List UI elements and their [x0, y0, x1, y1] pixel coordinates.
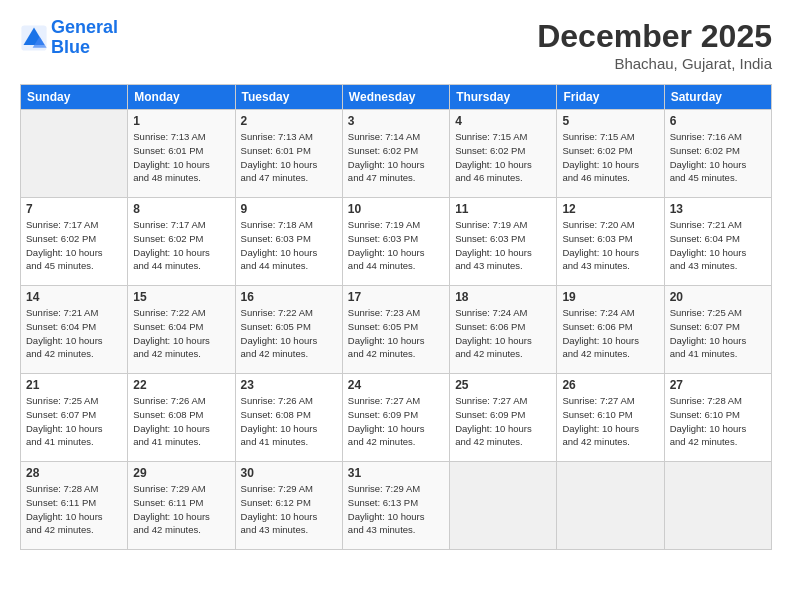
header-saturday: Saturday [664, 85, 771, 110]
logo-icon [20, 24, 48, 52]
day-info: Sunrise: 7:29 AM Sunset: 6:12 PM Dayligh… [241, 482, 337, 537]
calendar-cell: 18Sunrise: 7:24 AM Sunset: 6:06 PM Dayli… [450, 286, 557, 374]
day-info: Sunrise: 7:21 AM Sunset: 6:04 PM Dayligh… [26, 306, 122, 361]
calendar-week-1: 1Sunrise: 7:13 AM Sunset: 6:01 PM Daylig… [21, 110, 772, 198]
calendar-cell: 22Sunrise: 7:26 AM Sunset: 6:08 PM Dayli… [128, 374, 235, 462]
day-info: Sunrise: 7:24 AM Sunset: 6:06 PM Dayligh… [455, 306, 551, 361]
day-info: Sunrise: 7:28 AM Sunset: 6:10 PM Dayligh… [670, 394, 766, 449]
month-year: December 2025 [537, 18, 772, 55]
day-info: Sunrise: 7:19 AM Sunset: 6:03 PM Dayligh… [348, 218, 444, 273]
calendar-cell: 16Sunrise: 7:22 AM Sunset: 6:05 PM Dayli… [235, 286, 342, 374]
header: General Blue December 2025 Bhachau, Guja… [20, 18, 772, 72]
day-number: 11 [455, 202, 551, 216]
day-info: Sunrise: 7:29 AM Sunset: 6:11 PM Dayligh… [133, 482, 229, 537]
day-number: 17 [348, 290, 444, 304]
day-info: Sunrise: 7:24 AM Sunset: 6:06 PM Dayligh… [562, 306, 658, 361]
calendar-cell: 31Sunrise: 7:29 AM Sunset: 6:13 PM Dayli… [342, 462, 449, 550]
day-number: 24 [348, 378, 444, 392]
calendar-cell: 2Sunrise: 7:13 AM Sunset: 6:01 PM Daylig… [235, 110, 342, 198]
day-info: Sunrise: 7:26 AM Sunset: 6:08 PM Dayligh… [241, 394, 337, 449]
day-info: Sunrise: 7:19 AM Sunset: 6:03 PM Dayligh… [455, 218, 551, 273]
calendar-cell: 20Sunrise: 7:25 AM Sunset: 6:07 PM Dayli… [664, 286, 771, 374]
day-number: 5 [562, 114, 658, 128]
day-info: Sunrise: 7:23 AM Sunset: 6:05 PM Dayligh… [348, 306, 444, 361]
day-number: 26 [562, 378, 658, 392]
day-info: Sunrise: 7:13 AM Sunset: 6:01 PM Dayligh… [241, 130, 337, 185]
calendar-cell: 5Sunrise: 7:15 AM Sunset: 6:02 PM Daylig… [557, 110, 664, 198]
day-info: Sunrise: 7:17 AM Sunset: 6:02 PM Dayligh… [26, 218, 122, 273]
day-number: 25 [455, 378, 551, 392]
day-info: Sunrise: 7:14 AM Sunset: 6:02 PM Dayligh… [348, 130, 444, 185]
calendar-week-2: 7Sunrise: 7:17 AM Sunset: 6:02 PM Daylig… [21, 198, 772, 286]
day-info: Sunrise: 7:28 AM Sunset: 6:11 PM Dayligh… [26, 482, 122, 537]
day-info: Sunrise: 7:27 AM Sunset: 6:09 PM Dayligh… [348, 394, 444, 449]
calendar-header: Sunday Monday Tuesday Wednesday Thursday… [21, 85, 772, 110]
calendar-cell: 27Sunrise: 7:28 AM Sunset: 6:10 PM Dayli… [664, 374, 771, 462]
calendar-cell: 13Sunrise: 7:21 AM Sunset: 6:04 PM Dayli… [664, 198, 771, 286]
calendar-cell: 28Sunrise: 7:28 AM Sunset: 6:11 PM Dayli… [21, 462, 128, 550]
calendar-cell: 23Sunrise: 7:26 AM Sunset: 6:08 PM Dayli… [235, 374, 342, 462]
calendar-cell: 19Sunrise: 7:24 AM Sunset: 6:06 PM Dayli… [557, 286, 664, 374]
calendar-cell: 3Sunrise: 7:14 AM Sunset: 6:02 PM Daylig… [342, 110, 449, 198]
header-sunday: Sunday [21, 85, 128, 110]
title-block: December 2025 Bhachau, Gujarat, India [537, 18, 772, 72]
day-number: 2 [241, 114, 337, 128]
calendar-cell: 12Sunrise: 7:20 AM Sunset: 6:03 PM Dayli… [557, 198, 664, 286]
day-info: Sunrise: 7:29 AM Sunset: 6:13 PM Dayligh… [348, 482, 444, 537]
day-number: 12 [562, 202, 658, 216]
day-info: Sunrise: 7:26 AM Sunset: 6:08 PM Dayligh… [133, 394, 229, 449]
header-row: Sunday Monday Tuesday Wednesday Thursday… [21, 85, 772, 110]
day-number: 20 [670, 290, 766, 304]
logo-blue: Blue [51, 37, 90, 57]
day-info: Sunrise: 7:16 AM Sunset: 6:02 PM Dayligh… [670, 130, 766, 185]
calendar-cell: 30Sunrise: 7:29 AM Sunset: 6:12 PM Dayli… [235, 462, 342, 550]
day-number: 10 [348, 202, 444, 216]
calendar-cell: 14Sunrise: 7:21 AM Sunset: 6:04 PM Dayli… [21, 286, 128, 374]
calendar-cell: 7Sunrise: 7:17 AM Sunset: 6:02 PM Daylig… [21, 198, 128, 286]
calendar-week-5: 28Sunrise: 7:28 AM Sunset: 6:11 PM Dayli… [21, 462, 772, 550]
calendar-cell: 8Sunrise: 7:17 AM Sunset: 6:02 PM Daylig… [128, 198, 235, 286]
day-number: 7 [26, 202, 122, 216]
day-info: Sunrise: 7:21 AM Sunset: 6:04 PM Dayligh… [670, 218, 766, 273]
day-number: 3 [348, 114, 444, 128]
calendar-cell [664, 462, 771, 550]
calendar-cell: 25Sunrise: 7:27 AM Sunset: 6:09 PM Dayli… [450, 374, 557, 462]
page-container: General Blue December 2025 Bhachau, Guja… [0, 0, 792, 560]
day-info: Sunrise: 7:22 AM Sunset: 6:04 PM Dayligh… [133, 306, 229, 361]
calendar-cell: 11Sunrise: 7:19 AM Sunset: 6:03 PM Dayli… [450, 198, 557, 286]
calendar-cell [21, 110, 128, 198]
calendar-cell: 17Sunrise: 7:23 AM Sunset: 6:05 PM Dayli… [342, 286, 449, 374]
day-number: 30 [241, 466, 337, 480]
day-info: Sunrise: 7:15 AM Sunset: 6:02 PM Dayligh… [455, 130, 551, 185]
header-friday: Friday [557, 85, 664, 110]
calendar-cell: 21Sunrise: 7:25 AM Sunset: 6:07 PM Dayli… [21, 374, 128, 462]
day-number: 4 [455, 114, 551, 128]
day-info: Sunrise: 7:18 AM Sunset: 6:03 PM Dayligh… [241, 218, 337, 273]
day-number: 16 [241, 290, 337, 304]
day-info: Sunrise: 7:20 AM Sunset: 6:03 PM Dayligh… [562, 218, 658, 273]
logo: General Blue [20, 18, 118, 58]
calendar-week-4: 21Sunrise: 7:25 AM Sunset: 6:07 PM Dayli… [21, 374, 772, 462]
day-number: 27 [670, 378, 766, 392]
calendar-table: Sunday Monday Tuesday Wednesday Thursday… [20, 84, 772, 550]
day-number: 22 [133, 378, 229, 392]
calendar-cell: 29Sunrise: 7:29 AM Sunset: 6:11 PM Dayli… [128, 462, 235, 550]
header-tuesday: Tuesday [235, 85, 342, 110]
logo-general: General [51, 17, 118, 37]
calendar-cell [450, 462, 557, 550]
day-number: 15 [133, 290, 229, 304]
day-number: 6 [670, 114, 766, 128]
day-number: 21 [26, 378, 122, 392]
day-info: Sunrise: 7:13 AM Sunset: 6:01 PM Dayligh… [133, 130, 229, 185]
calendar-week-3: 14Sunrise: 7:21 AM Sunset: 6:04 PM Dayli… [21, 286, 772, 374]
calendar-cell [557, 462, 664, 550]
calendar-cell: 6Sunrise: 7:16 AM Sunset: 6:02 PM Daylig… [664, 110, 771, 198]
header-monday: Monday [128, 85, 235, 110]
day-info: Sunrise: 7:25 AM Sunset: 6:07 PM Dayligh… [670, 306, 766, 361]
day-number: 8 [133, 202, 229, 216]
day-number: 28 [26, 466, 122, 480]
day-info: Sunrise: 7:22 AM Sunset: 6:05 PM Dayligh… [241, 306, 337, 361]
day-number: 19 [562, 290, 658, 304]
calendar-cell: 10Sunrise: 7:19 AM Sunset: 6:03 PM Dayli… [342, 198, 449, 286]
day-number: 9 [241, 202, 337, 216]
